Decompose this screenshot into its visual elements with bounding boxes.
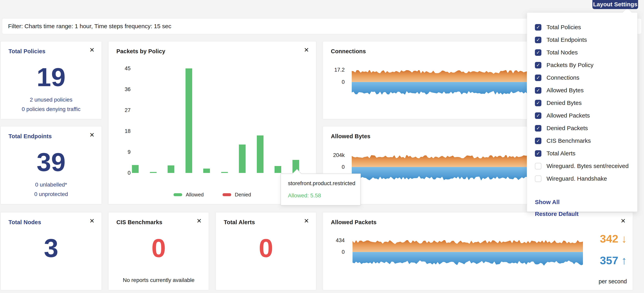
checkbox-checked-icon[interactable]: ✓	[535, 75, 542, 81]
card-title-connections: Connections	[331, 48, 366, 55]
bar-allowed-4[interactable]	[203, 169, 210, 173]
checkbox-checked-icon[interactable]: ✓	[535, 62, 542, 68]
checkbox-checked-icon[interactable]: ✓	[535, 37, 542, 43]
dropdown-caret-icon	[622, 8, 632, 17]
y-axis-zero-label: 0	[327, 79, 345, 85]
ingress-rate-value: 357	[600, 254, 618, 266]
checkbox-unchecked-icon[interactable]	[535, 175, 542, 182]
denied-swatch-icon	[222, 193, 231, 196]
bar-allowed-7[interactable]	[257, 135, 264, 173]
layout-option-denied-packets[interactable]: ✓Denied Packets	[527, 122, 637, 134]
cis-benchmarks-note: No reports currently available	[108, 277, 209, 283]
checkbox-checked-icon[interactable]: ✓	[535, 87, 542, 94]
bar-allowed-3[interactable]	[186, 68, 192, 173]
close-icon[interactable]: ✕	[304, 47, 309, 53]
restore-default-link[interactable]: Restore Default	[535, 211, 578, 217]
card-title-cis-benchmarks: CIS Benchmarks	[116, 219, 162, 225]
layout-option-label: Denied Bytes	[546, 100, 582, 106]
checkbox-checked-icon[interactable]: ✓	[535, 112, 542, 119]
show-all-link[interactable]: Show All	[535, 199, 560, 205]
card-title-allowed-packets: Allowed Packets	[331, 219, 376, 225]
card-total-endpoints: Total Endpoints ✕ 39 0 unlabelled* 0 unp…	[0, 126, 102, 204]
bar-chart-plot	[132, 68, 315, 173]
unprotected-endpoints-text: 0 unprotected	[0, 191, 102, 197]
layout-option-denied-bytes[interactable]: ✓Denied Bytes	[527, 97, 637, 109]
card-allowed-packets: Allowed Packets ✕ 434 0 342 ↓ 357 ↑ per …	[323, 212, 633, 290]
layout-option-label: Connections	[546, 74, 580, 81]
allowed-packets-stream-chart[interactable]	[352, 240, 583, 266]
layout-option-total-alerts[interactable]: ✓Total Alerts	[527, 147, 637, 160]
bar-allowed-0[interactable]	[132, 165, 139, 173]
arrow-down-icon: ↓	[621, 232, 627, 245]
layout-option-label: Total Nodes	[546, 49, 578, 56]
layout-option-allowed-bytes[interactable]: ✓Allowed Bytes	[527, 84, 637, 97]
close-icon[interactable]: ✕	[90, 218, 94, 224]
arrow-up-icon: ↑	[621, 254, 627, 266]
y-axis-label: 9	[112, 149, 130, 155]
y-axis-max-label: 434	[327, 237, 345, 243]
y-axis-label: 27	[112, 107, 130, 113]
tooltip-policy-name: storefront.product.restricted	[288, 180, 355, 186]
layout-option-label: Wireguard. Handshake	[546, 175, 607, 182]
layout-option-total-nodes[interactable]: ✓Total Nodes	[527, 46, 637, 59]
card-total-policies: Total Policies ✕ 19 2 unused policies 0 …	[0, 41, 102, 119]
total-alerts-value: 0	[216, 234, 316, 262]
legend-item-allowed[interactable]: Allowed	[174, 192, 204, 198]
card-total-alerts: Total Alerts ✕ 0	[216, 212, 316, 290]
denying-policies-text: 0 policies denying traffic	[0, 106, 102, 112]
checkbox-unchecked-icon[interactable]	[535, 163, 542, 169]
chart-tooltip: storefront.product.restricted Allowed: 5…	[280, 173, 361, 205]
card-total-nodes: Total Nodes ✕ 3	[0, 212, 102, 290]
card-title-total-policies: Total Policies	[8, 48, 46, 55]
layout-option-allowed-packets[interactable]: ✓Allowed Packets	[527, 109, 637, 122]
layout-option-label: Denied Packets	[546, 125, 588, 132]
unused-policies-text: 2 unused policies	[0, 97, 102, 103]
checkbox-checked-icon[interactable]: ✓	[535, 138, 542, 144]
allowed-swatch-icon	[174, 193, 182, 196]
layout-option-wireguard-handshake[interactable]: Wireguard. Handshake	[527, 172, 637, 185]
checkbox-checked-icon[interactable]: ✓	[535, 100, 542, 106]
dashboard-page: Layout Settings Filter: Charts time rang…	[0, 0, 644, 293]
layout-option-wireguard-bytes-sent-received[interactable]: Wireguard. Bytes sent/received	[527, 160, 637, 172]
close-icon[interactable]: ✕	[90, 47, 94, 53]
tooltip-allowed-value: Allowed: 5.58	[288, 192, 321, 199]
checkbox-checked-icon[interactable]: ✓	[535, 125, 542, 132]
checkbox-checked-icon[interactable]: ✓	[535, 24, 542, 31]
layout-option-label: Total Alerts	[546, 150, 576, 157]
bar-allowed-5[interactable]	[221, 172, 228, 173]
ingress-rate: 357 ↑	[600, 254, 627, 266]
card-title-total-nodes: Total Nodes	[8, 219, 41, 225]
egress-rate-value: 342	[600, 232, 618, 245]
total-nodes-value: 3	[0, 234, 102, 262]
bar-allowed-2[interactable]	[168, 165, 174, 173]
layout-settings-button[interactable]: Layout Settings	[592, 0, 638, 9]
y-axis-label: 36	[112, 86, 130, 93]
checkbox-checked-icon[interactable]: ✓	[535, 150, 542, 157]
card-title-total-alerts: Total Alerts	[224, 219, 255, 225]
legend-label-allowed: Allowed	[186, 192, 204, 198]
filter-text: Filter: Charts time range: 1 hour, Time …	[8, 23, 171, 30]
bar-allowed-1[interactable]	[150, 172, 156, 173]
layout-option-connections[interactable]: ✓Connections	[527, 71, 637, 84]
y-axis-label: 45	[112, 65, 130, 72]
egress-rate: 342 ↓	[600, 233, 627, 245]
layout-option-label: Allowed Bytes	[546, 87, 584, 94]
close-icon[interactable]: ✕	[620, 218, 626, 224]
legend-item-denied[interactable]: Denied	[222, 192, 251, 198]
checkbox-checked-icon[interactable]: ✓	[535, 49, 542, 56]
layout-option-packets-by-policy[interactable]: ✓Packets By Policy	[527, 59, 637, 71]
close-icon[interactable]: ✕	[90, 132, 94, 138]
layout-option-label: CIS Benchmarks	[546, 137, 591, 144]
bar-allowed-6[interactable]	[239, 145, 246, 173]
total-policies-value: 19	[0, 64, 102, 91]
close-icon[interactable]: ✕	[196, 218, 202, 224]
layout-option-label: Packets By Policy	[546, 62, 594, 68]
total-endpoints-value: 39	[0, 148, 102, 176]
y-axis-max-label: 17.2	[327, 67, 345, 73]
close-icon[interactable]: ✕	[304, 218, 309, 224]
bar-allowed-8[interactable]	[274, 166, 281, 173]
y-axis-zero-label: 0	[327, 164, 345, 170]
layout-option-total-policies[interactable]: ✓Total Policies	[527, 21, 637, 34]
layout-option-total-endpoints[interactable]: ✓Total Endpoints	[527, 34, 637, 46]
layout-option-cis-benchmarks[interactable]: ✓CIS Benchmarks	[527, 134, 637, 147]
